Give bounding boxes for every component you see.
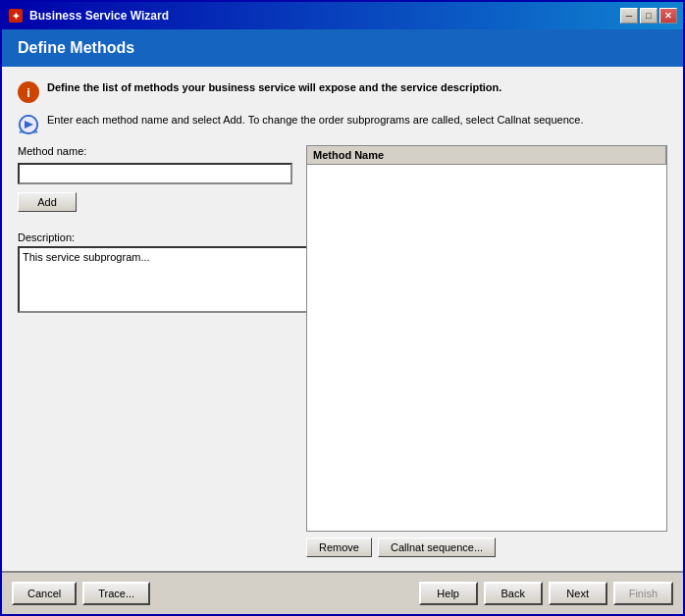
maximize-button[interactable]: □: [640, 8, 658, 24]
content-area: i Define the list of methods your busine…: [2, 67, 683, 571]
info-box: i Define the list of methods your busine…: [18, 80, 667, 103]
method-column-header: Method Name: [307, 146, 666, 164]
remove-button[interactable]: Remove: [306, 538, 372, 557]
left-panel: Method name: Add Description: This servi…: [18, 145, 292, 557]
footer-bar: Cancel Trace... Help Back Next Finish: [2, 571, 683, 614]
method-name-label: Method name:: [18, 145, 292, 157]
main-content: Method name: Add Description: This servi…: [18, 145, 667, 557]
description-textarea[interactable]: This service subprogram...: [18, 246, 351, 313]
method-list-body[interactable]: [306, 164, 667, 532]
page-title: Define Methods: [18, 39, 667, 57]
description-label: Description:: [18, 231, 292, 243]
method-list-header: Method Name: [306, 145, 667, 164]
cancel-button[interactable]: Cancel: [12, 582, 77, 605]
right-panel: Method Name Remove Callnat sequence...: [306, 145, 667, 557]
description-section: Description: This service subprogram...: [18, 231, 292, 315]
minimize-button[interactable]: ─: [620, 8, 638, 24]
add-button[interactable]: Add: [18, 192, 77, 212]
hint-icon: [18, 114, 39, 135]
title-bar: ✦ Business Service Wizard ─ □ ✕: [2, 2, 683, 29]
help-button[interactable]: Help: [419, 582, 478, 605]
header-bar: Define Methods: [2, 29, 683, 67]
info-text: Define the list of methods your business…: [47, 80, 501, 95]
info-icon: i: [18, 81, 39, 103]
method-name-input[interactable]: [18, 163, 292, 184]
add-btn-row: Add: [18, 192, 292, 212]
callnat-sequence-button[interactable]: Callnat sequence...: [378, 538, 496, 557]
close-button[interactable]: ✕: [659, 8, 677, 24]
main-window: ✦ Business Service Wizard ─ □ ✕ Define M…: [0, 0, 685, 616]
title-bar-text: Business Service Wizard: [29, 9, 620, 23]
title-bar-buttons: ─ □ ✕: [620, 8, 677, 24]
svg-text:✦: ✦: [12, 11, 21, 22]
back-button[interactable]: Back: [484, 582, 543, 605]
hint-text: Enter each method name and select Add. T…: [47, 113, 583, 128]
app-icon: ✦: [8, 8, 24, 24]
next-button[interactable]: Next: [549, 582, 607, 605]
method-list-actions: Remove Callnat sequence...: [306, 538, 667, 557]
hint-box: Enter each method name and select Add. T…: [18, 113, 667, 135]
trace-button[interactable]: Trace...: [82, 582, 150, 605]
finish-button[interactable]: Finish: [613, 582, 673, 605]
